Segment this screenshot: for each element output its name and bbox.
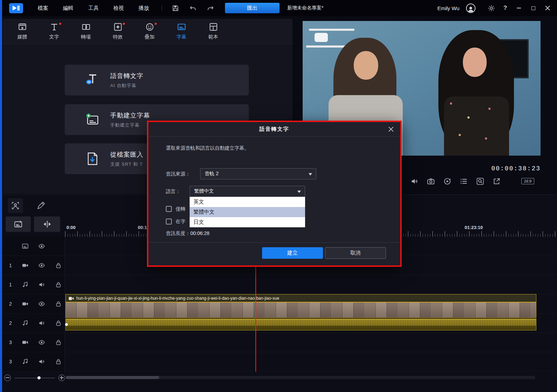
undo-button[interactable]	[189, 4, 197, 12]
help-button[interactable]: ?	[502, 4, 508, 12]
zoom-slider[interactable]	[14, 378, 55, 378]
split-clip-button[interactable]	[34, 216, 60, 232]
tab-text[interactable]: 文字	[38, 19, 70, 44]
eye-icon	[38, 339, 45, 346]
maximize-button[interactable]	[529, 4, 537, 12]
speech-to-text-option[interactable]: 語音轉文字 AI 自動字幕	[65, 65, 249, 95]
add-subtitle-track-button[interactable]	[6, 216, 31, 232]
preview-controls	[410, 177, 501, 185]
close-button[interactable]	[544, 4, 551, 12]
media-icon	[18, 22, 27, 31]
horizontal-scrollbar[interactable]	[66, 376, 535, 379]
cancel-button[interactable]: 取消	[325, 247, 386, 259]
video-lane-3	[65, 333, 557, 352]
language-value: 繁體中文	[194, 188, 214, 194]
app-logo-icon	[9, 3, 23, 13]
audio-length-label: 音訊長度：	[166, 230, 190, 236]
text-icon	[50, 22, 59, 31]
language-option-japanese[interactable]: 日文	[190, 217, 305, 227]
speaker-icon	[38, 358, 45, 365]
detach-preview-button[interactable]	[492, 177, 501, 185]
toggle-visibility-button[interactable]	[38, 338, 45, 346]
settings-button[interactable]	[487, 4, 495, 12]
language-dropdown[interactable]: 繁體中文	[190, 186, 305, 197]
keyframe-dot[interactable]	[65, 323, 68, 326]
checkbox-2-label: 在字	[176, 219, 185, 225]
lock-icon	[55, 262, 62, 269]
toggle-visibility-button[interactable]	[38, 300, 45, 308]
tab-effects[interactable]: 特效	[102, 19, 134, 44]
subtitle-icon	[177, 22, 186, 31]
toggle-visibility-button[interactable]	[38, 262, 45, 269]
tab-subtitles[interactable]: 字幕	[165, 19, 197, 44]
titlebar: 檔案 編輯 工具 檢視 播放 匯出 新增未命名專案* Emily Wu ?	[0, 0, 557, 16]
audio-track-icon	[22, 320, 29, 327]
avatar[interactable]	[466, 3, 475, 13]
save-button[interactable]	[171, 4, 179, 12]
lock-track-button[interactable]	[55, 281, 62, 288]
lock-track-button[interactable]	[55, 300, 62, 308]
speech-to-text-icon	[84, 72, 100, 88]
option-subtitle: 手動建立字幕	[110, 122, 150, 128]
audio-track-header: 2	[0, 314, 65, 333]
ruler-label: 00:1	[138, 225, 147, 230]
lock-icon	[55, 358, 62, 365]
zoom-out-button[interactable]	[4, 375, 11, 381]
language-option-traditional-chinese[interactable]: 繁體中文	[190, 207, 305, 217]
room-tab-bar: 媒體 文字 轉場 特效 疊加 字幕	[3, 19, 292, 44]
mute-track-button[interactable]	[38, 358, 45, 365]
checkbox-2[interactable]	[166, 219, 172, 224]
tab-overlays[interactable]: 疊加	[134, 19, 165, 44]
export-button[interactable]: 匯出	[225, 3, 280, 13]
save-icon	[172, 5, 179, 12]
redo-button[interactable]	[206, 4, 214, 12]
zoom-slider-knob[interactable]	[37, 376, 41, 379]
snapshot-button[interactable]	[426, 177, 435, 185]
language-option-english[interactable]: 英文	[190, 197, 305, 207]
tab-transitions[interactable]: 轉場	[70, 19, 102, 44]
mute-track-button[interactable]	[38, 319, 45, 327]
zoom-in-button[interactable]	[58, 375, 65, 381]
scrollbar-thumb[interactable]	[66, 376, 159, 379]
checkbox-1[interactable]	[166, 206, 172, 212]
eye-icon	[38, 243, 45, 250]
lock-icon	[55, 339, 62, 346]
toggle-visibility-button[interactable]	[38, 242, 45, 250]
lock-track-button[interactable]	[55, 338, 62, 346]
minimize-button[interactable]	[515, 4, 523, 12]
preview-zoom-button[interactable]	[476, 177, 484, 185]
lock-track-button[interactable]	[55, 319, 62, 327]
play-circle-icon	[443, 177, 451, 185]
audio-source-dropdown[interactable]: 音軌 2	[200, 168, 316, 179]
lock-track-button[interactable]	[55, 262, 62, 269]
window-edge-accent	[0, 0, 2, 392]
menu-view[interactable]: 檢視	[113, 5, 124, 12]
render-preview-button[interactable]	[443, 177, 451, 185]
video-track-header: 2	[0, 294, 65, 314]
volume-button[interactable]	[410, 177, 418, 185]
mask-designer-button[interactable]	[8, 198, 23, 213]
maximize-icon	[531, 6, 535, 10]
lock-track-button[interactable]	[55, 358, 62, 365]
menu-tools[interactable]: 工具	[88, 5, 99, 12]
create-button[interactable]: 建立	[262, 247, 323, 259]
tab-media[interactable]: 媒體	[6, 19, 38, 44]
minimize-icon	[517, 8, 521, 8]
pen-tool-button[interactable]	[33, 198, 49, 213]
track-number: 1	[8, 282, 13, 287]
dialog-close-button[interactable]	[388, 126, 395, 133]
new-badge	[59, 23, 61, 25]
menu-file[interactable]: 檔案	[38, 5, 48, 12]
magnifier-icon	[476, 177, 484, 185]
tab-templates[interactable]: 範本	[197, 19, 229, 44]
person-right-face	[463, 48, 487, 77]
pen-icon	[36, 201, 45, 210]
menu-edit[interactable]: 編輯	[63, 5, 73, 12]
timeline-clip[interactable]: hun-li-ying-pian-jian-ji-quan-jie-xi-xi-…	[66, 294, 536, 330]
aspect-ratio-badge[interactable]: 16:9	[521, 178, 534, 184]
mute-track-button[interactable]	[38, 281, 45, 288]
chapter-list-button[interactable]	[459, 177, 468, 185]
titlebar-right-group: Emily Wu ?	[437, 3, 551, 13]
menu-play[interactable]: 播放	[139, 5, 149, 12]
option-title: 手動建立字幕	[110, 111, 150, 120]
